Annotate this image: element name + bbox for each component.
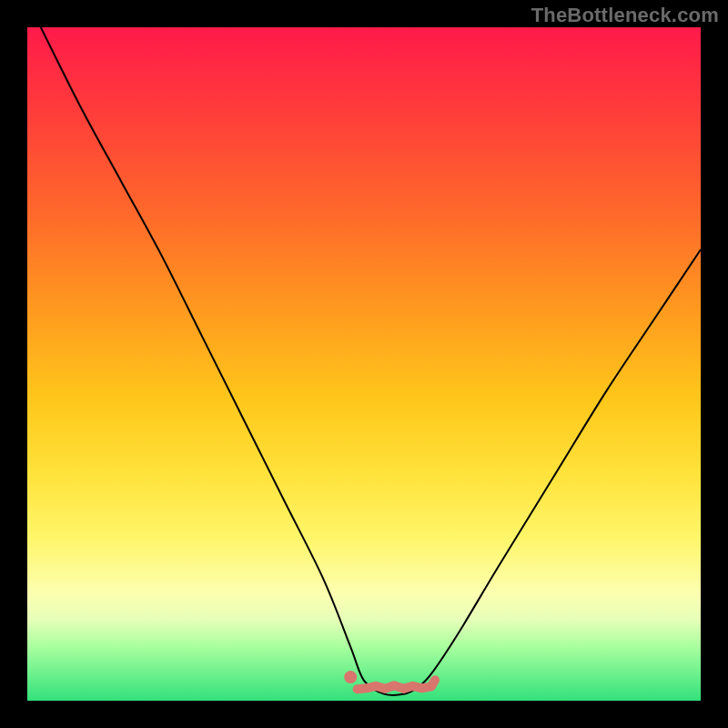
chart-svg — [27, 27, 701, 701]
watermark-text: TheBottleneck.com — [531, 4, 719, 27]
plot-area — [27, 27, 701, 701]
chart-frame: TheBottleneck.com — [0, 0, 728, 728]
optimal-range-dot — [344, 671, 357, 683]
bottleneck-curve — [41, 27, 701, 695]
optimal-range-marker — [358, 680, 435, 689]
